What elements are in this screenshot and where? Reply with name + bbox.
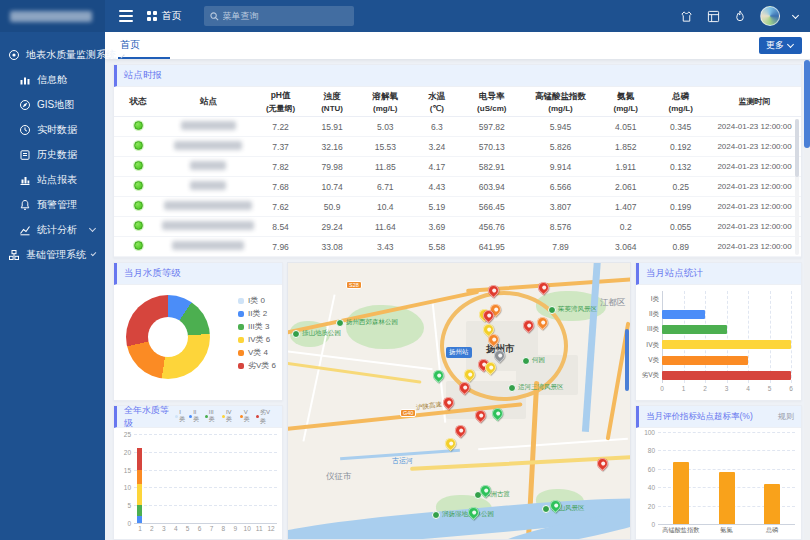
legend-item[interactable]: III类 [205,409,219,424]
legend-item[interactable]: IV类 6 [238,333,276,346]
map-pin-red[interactable] [452,423,468,439]
dashboard-icon [19,74,31,86]
legend-item[interactable]: V类 4 [238,346,276,359]
sidebar-item[interactable]: 历史数据 [0,142,105,167]
value-cell: 32.16 [306,142,358,152]
bar-III类[interactable] [662,325,727,334]
x-tick-label: 11 [256,525,263,532]
grid-line [791,291,792,383]
legend-item[interactable]: 劣V类 6 [238,359,276,372]
bar-高锰酸盐指数[interactable] [673,462,689,524]
window-scrollbar[interactable] [804,60,810,540]
menu-search[interactable] [204,6,354,26]
grade-donut-chart[interactable] [126,295,210,379]
layout-size-icon[interactable] [706,9,720,23]
stack-segment-劣V类[interactable] [137,448,142,469]
stack-segment-II类[interactable] [137,516,142,523]
map-label-station: 扬州站 [446,347,472,358]
user-menu-chevron-down-icon[interactable] [792,11,799,18]
donut-legend: I类 0II类 2III类 3IV类 6V类 4劣V类 6 [238,294,276,372]
legend-item[interactable]: I类 0 [238,294,276,307]
status-cell [114,121,162,132]
stack-segment-V类[interactable] [137,470,142,484]
x-tick-label: 1 [682,385,686,392]
value-cell: 0.89 [653,242,708,252]
value-cell: 1.407 [598,202,653,212]
column-header: 溶解氧(mg/L) [358,91,413,113]
sidebar-item[interactable]: 信息舱 [0,67,105,92]
value-cell: 5.03 [358,122,413,132]
legend-item[interactable]: II类 2 [238,307,276,320]
value-cell: 3.43 [358,242,413,252]
value-cell: 10.74 [306,182,358,192]
value-cell: 15.53 [358,142,413,152]
table-scrollbar[interactable] [795,119,799,255]
map-label-district: 江都区 [600,297,626,309]
legend-item[interactable]: II类 [189,409,202,424]
grid-line [134,470,277,471]
station-name-redacted [162,141,255,152]
status-normal-dot [134,201,143,210]
bar-劣V类[interactable] [662,371,791,380]
grid-line [658,450,795,451]
sidebar-item-label: 信息舱 [37,73,67,87]
annual-grade-panel: 全年水质等级 I类II类III类IV类V类劣V类 051015202512345… [113,405,283,540]
grid-line [662,291,663,383]
more-tabs-button[interactable]: 更多 [759,37,802,54]
status-normal-dot [134,181,143,190]
grid-line [658,432,795,433]
sidebar-item[interactable]: GIS地图 [0,92,105,117]
rate-corner-link[interactable]: 规则 [778,411,794,422]
x-tick-label: 1 [138,525,142,532]
value-cell: 4.17 [413,162,461,172]
sidebar-group-1[interactable]: 基础管理系统 [0,242,105,267]
map-label-park: 何园 [522,356,545,365]
value-cell: 3.064 [598,242,653,252]
bar-II类[interactable] [662,310,705,319]
map-scrollbar[interactable] [625,329,629,391]
value-cell: 9.914 [523,162,599,172]
legend-item[interactable]: 劣V类 [256,408,275,426]
legend-item[interactable]: V类 [240,409,253,424]
station-map[interactable]: 扬州市江都区仪征市古运河沪陕高速扬州站扬州西郊森林公园捺山地质公园茱萸湾风景区运… [287,262,631,540]
user-avatar[interactable] [760,6,780,26]
status-cell [114,241,162,252]
breadcrumb-home[interactable]: 首页 [162,9,182,23]
value-cell: 456.76 [461,222,523,232]
bar-V类[interactable] [662,356,748,365]
map-pin-green[interactable] [430,368,446,384]
breadcrumb[interactable]: 首页 [147,9,182,23]
sidebar-item[interactable]: 实时数据 [0,117,105,142]
bar-氨氮[interactable] [719,472,735,524]
chevron-down-icon [91,251,97,257]
x-tick-label: 5 [186,525,190,532]
legend-item[interactable]: I类 [175,409,186,424]
value-cell: 603.94 [461,182,523,192]
gis-icon [19,99,31,111]
value-cell: 3.807 [523,202,599,212]
theme-skin-icon[interactable] [679,9,693,23]
search-input[interactable] [223,11,348,21]
x-tick-label: 2 [150,525,154,532]
x-tick-label: 9 [233,525,237,532]
sidebar-item[interactable]: 统计分析 [0,217,105,242]
x-tick-label: 5 [768,385,772,392]
x-tick-label: 4 [174,525,178,532]
value-cell: 3.24 [413,142,461,152]
hamburger-icon[interactable] [119,10,133,22]
app-window: 地表水质量监测系统信息舱GIS地图实时数据历史数据站点报表预警管理统计分析基础管… [0,0,810,540]
history-icon [19,149,31,161]
sidebar-group-0[interactable]: 地表水质量监测系统 [0,42,105,67]
stack-segment-IV类[interactable] [137,484,142,505]
legend-item[interactable]: III类 3 [238,320,276,333]
tab-home[interactable]: 首页 [118,32,170,59]
bar-IV类[interactable] [662,340,791,349]
sidebar-item[interactable]: 预警管理 [0,192,105,217]
legend-item[interactable]: IV类 [222,409,237,424]
value-cell: 6.71 [358,182,413,192]
flame-icon[interactable] [733,9,747,23]
value-cell: 0.2 [598,222,653,232]
sidebar-item[interactable]: 站点报表 [0,167,105,192]
stack-segment-III类[interactable] [137,505,142,516]
bar-总磷[interactable] [764,484,780,524]
